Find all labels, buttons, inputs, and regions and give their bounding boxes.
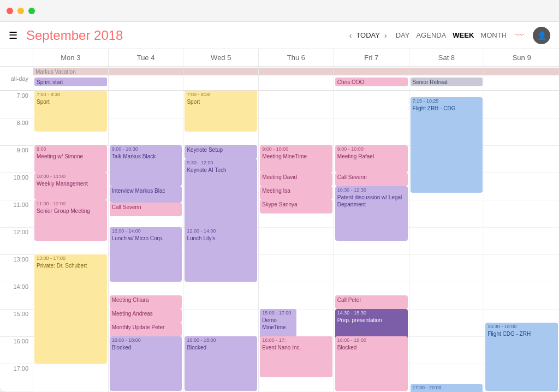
allday-event-sprint[interactable]: Sprint start: [34, 78, 107, 86]
event-title: Call Severin: [112, 204, 180, 211]
today-button[interactable]: TODAY: [356, 31, 380, 39]
event-wed-keynote-setup[interactable]: Keynote Setup: [185, 145, 257, 159]
event-tue-interview[interactable]: Interview Markus Blac: [110, 186, 182, 203]
event-tue-monthly-update[interactable]: Monthly Update Peter: [110, 323, 182, 336]
event-title: Monthly Update Peter: [112, 324, 180, 331]
day-col-wed[interactable]: 7:00 - 8:30 Sport Keynote Setup 9:30 - 1…: [183, 91, 258, 392]
event-tue-call-severin[interactable]: Call Severin: [110, 203, 182, 216]
next-button[interactable]: ›: [384, 31, 387, 40]
vacation-bar-fri: [334, 68, 409, 75]
event-wed-keynote-ai[interactable]: 9:30 - 12:00 Keynote AI Tech: [185, 159, 257, 234]
event-fri-meeting-rafael[interactable]: 9:00 - 10:00 Meeting Rafael: [335, 145, 408, 173]
event-time: 7:15 - 10:25: [413, 98, 481, 105]
event-tue-lunch[interactable]: 12:00 - 14:00 Lunch w/ Micro Corp.: [110, 227, 182, 282]
day-header-sun: Sun 9: [484, 49, 559, 66]
event-sat-dinner[interactable]: 17:30 - 20:00 Dinner: [411, 384, 483, 392]
event-title: Patent discussion w/ Legal Department: [337, 194, 406, 208]
event-thu-meeting-isa[interactable]: Meeting Isa: [260, 186, 332, 200]
event-wed-lunch-lily[interactable]: 12:00 - 14:00 Lunch Lily's: [185, 227, 257, 282]
event-fri-patent[interactable]: 10:30 - 12:30 Patent discussion w/ Legal…: [335, 186, 408, 241]
event-title: Meeting Rafael: [337, 153, 406, 160]
event-time: 9:00 - 10:00: [262, 146, 330, 153]
event-tue-blocked[interactable]: 16:00 - 18:00 Blocked: [110, 336, 182, 391]
event-time: 16:00 - 18:00: [112, 337, 180, 344]
event-mon-senior[interactable]: 11:00 - 12:00 Senior Group Meeting: [34, 200, 107, 241]
menu-icon[interactable]: ☰: [9, 29, 17, 41]
month-title: September 2018: [26, 28, 123, 43]
event-fri-call-severin[interactable]: Call Severin: [335, 173, 408, 186]
prev-button[interactable]: ‹: [349, 31, 352, 40]
allday-event-chrisooo[interactable]: Chris OOO: [335, 78, 408, 86]
calendar-window: ☰ September 2018 ‹ TODAY › DAY AGENDA WE…: [0, 0, 559, 392]
allday-thu: [258, 67, 334, 90]
vacation-bar-tue: [109, 68, 183, 75]
event-time: 7:00 - 8:30: [37, 92, 105, 98]
maximize-button[interactable]: [28, 8, 35, 14]
event-mon-sport[interactable]: 7:00 - 8:30 Sport: [34, 91, 107, 132]
view-day[interactable]: DAY: [396, 31, 410, 39]
day-header-wed: Wed 5: [183, 49, 258, 66]
day-col-mon[interactable]: 7:00 - 8:30 Sport 9:00 Meeting w/ Simone…: [33, 91, 108, 392]
event-fri-call-peter[interactable]: Call Peter: [335, 295, 408, 309]
day-col-tue[interactable]: 9:00 - 10:30 Talk Markus Black Interview…: [108, 91, 183, 392]
event-thu-event-nano[interactable]: 16:00 - 17: Event Nano Inc.: [260, 336, 332, 377]
time-7: 7:00: [0, 91, 33, 118]
event-title: Meeting Isa: [262, 187, 330, 194]
event-tue-talk-markus[interactable]: 9:00 - 10:30 Talk Markus Black: [110, 145, 182, 186]
event-title: Meeting Andreas: [112, 310, 180, 317]
event-mon-weekly[interactable]: 10:00 - 11:00 Weekly Management: [34, 173, 107, 200]
event-thu-meeting-minetime[interactable]: 9:00 - 10:00 Meeting MineTime: [260, 145, 332, 173]
avatar[interactable]: 👤: [533, 27, 550, 44]
event-title: Event Nano Inc.: [262, 344, 330, 351]
event-title: Prep. presentation: [337, 317, 406, 324]
time-grid: 7:00 8:00 9:00 10:00 11:00 12:00 13:00 1…: [0, 91, 559, 392]
time-9: 9:00: [0, 145, 33, 173]
event-sun-flight-cdg-zrh[interactable]: 15:30 - 18:00 Flight CDG - ZRH: [485, 323, 558, 391]
event-time: 16:00 - 17:: [262, 337, 330, 344]
event-wed-sport[interactable]: 7:00 - 8:30 Sport: [185, 91, 257, 132]
event-title: Lunch w/ Micro Corp.: [112, 235, 180, 242]
event-title: Blocked: [187, 344, 255, 351]
nav-group: ‹ TODAY ›: [349, 31, 387, 40]
view-week[interactable]: WEEK: [453, 31, 474, 39]
event-time: 17:30 - 20:00: [413, 385, 481, 391]
vacation-bar-sun: [484, 68, 559, 75]
time-8: 8:00: [0, 118, 33, 145]
event-title: Keynote AI Tech: [187, 167, 255, 174]
day-col-fri[interactable]: 9:00 - 10:00 Meeting Rafael Call Severin…: [334, 91, 409, 392]
event-time: 10:00 - 11:00: [37, 174, 105, 180]
event-fri-blocked[interactable]: 16:00 - 18:00 Blocked: [335, 336, 408, 391]
vacation-bar-sat: [409, 68, 484, 75]
close-button[interactable]: [7, 8, 13, 14]
event-tue-meeting-andreas[interactable]: Meeting Andreas: [110, 309, 182, 323]
event-sat-flight-zrh-cdg[interactable]: 7:15 - 10:25 Flight ZRH - CDG: [411, 97, 483, 193]
allday-event-senior-retreat[interactable]: Senior Retreat: [411, 78, 483, 86]
day-col-sat[interactable]: 7:15 - 10:25 Flight ZRH - CDG 17:30 - 20…: [409, 91, 484, 392]
view-month[interactable]: MONTH: [480, 31, 507, 39]
event-mon-meeting-simone[interactable]: 9:00 Meeting w/ Simone: [34, 145, 107, 173]
event-mon-private[interactable]: 13:00 - 17:00 Private: Dr. Schubert: [34, 254, 107, 364]
header-left: ☰ September 2018: [9, 28, 349, 43]
trend-icon[interactable]: 〰: [515, 31, 524, 40]
time-grid-scroll[interactable]: 7:00 8:00 9:00 10:00 11:00 12:00 13:00 1…: [0, 91, 559, 392]
day-col-thu[interactable]: 9:00 - 10:00 Meeting MineTime Meeting Da…: [258, 91, 334, 392]
view-agenda[interactable]: AGENDA: [416, 31, 446, 39]
event-title: Flight CDG - ZRH: [487, 330, 556, 337]
event-wed-blocked[interactable]: 16:00 - 18:00 Blocked: [185, 336, 257, 391]
allday-row: all-day Markus Vacation Sprint start Chr…: [0, 67, 559, 91]
event-time: 15:00 - 17:00: [262, 310, 294, 317]
time-labels: 7:00 8:00 9:00 10:00 11:00 12:00 13:00 1…: [0, 91, 33, 392]
time-15: 15:00: [0, 309, 33, 336]
time-17: 17:00: [0, 364, 33, 391]
time-13: 13:00: [0, 254, 33, 282]
events-wed: 7:00 - 8:30 Sport Keynote Setup 9:30 - 1…: [183, 91, 258, 392]
event-title: Skype Sannya: [262, 201, 330, 208]
event-thu-skype-sannya[interactable]: Skype Sannya: [260, 200, 332, 213]
day-col-sun[interactable]: 15:30 - 18:00 Flight CDG - ZRH: [484, 91, 559, 392]
calendar-body: Mon 3 Tue 4 Wed 5 Thu 6 Fri 7 Sat 8 Sun …: [0, 49, 559, 392]
event-thu-meeting-david[interactable]: Meeting David: [260, 173, 332, 186]
event-title: Weekly Management: [37, 180, 105, 187]
event-title: Blocked: [337, 344, 406, 351]
event-tue-meeting-chiara[interactable]: Meeting Chiara: [110, 295, 182, 309]
minimize-button[interactable]: [17, 8, 24, 14]
